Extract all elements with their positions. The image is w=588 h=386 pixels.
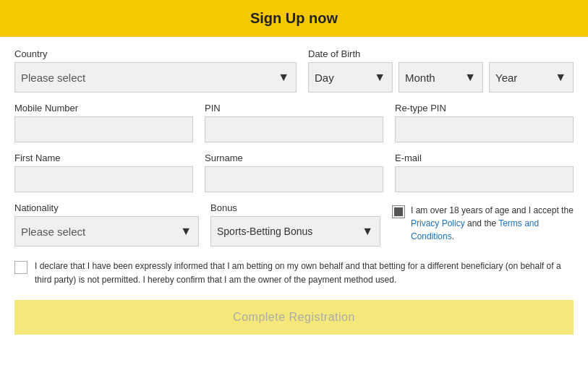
label-email: E-mail — [395, 153, 574, 163]
row-nationality-bonus: Nationality Please select ▼ Bonus Sports… — [14, 202, 574, 246]
label-first-name: First Name — [14, 153, 193, 163]
group-first-name: First Name — [14, 153, 193, 192]
label-retype-pin: Re-type PIN — [395, 103, 574, 113]
group-bonus: Bonus Sports-Betting Bonus ▼ — [210, 202, 380, 246]
row-mobile-pin: Mobile Number PIN Re-type PIN — [14, 103, 574, 142]
label-nationality: Nationality — [14, 202, 199, 213]
row-names-email: First Name Surname E-mail — [14, 153, 574, 192]
nationality-select-wrapper: Please select ▼ — [14, 216, 199, 246]
nationality-select[interactable]: Please select — [14, 216, 199, 246]
group-mobile-number: Mobile Number — [14, 103, 193, 142]
month-select-wrapper: Month ▼ — [399, 62, 483, 93]
header-banner: Sign Up now — [0, 0, 588, 37]
age-checkbox[interactable] — [392, 205, 405, 218]
page-title: Sign Up now — [250, 10, 338, 26]
mobile-number-input[interactable] — [14, 116, 193, 142]
day-select-wrapper: Day ▼ — [308, 62, 393, 93]
age-checkbox-checkmark — [394, 207, 403, 216]
age-confirmation-text: I am over 18 years of age and I accept t… — [411, 204, 574, 243]
dob-selects: Day ▼ Month ▼ Year ▼ — [308, 62, 574, 93]
group-email: E-mail — [395, 153, 574, 192]
row-declaration: I declare that I have been expressly inf… — [14, 257, 574, 290]
declaration-text: I declare that I have been expressly inf… — [35, 260, 574, 287]
registration-form: Country Please select ▼ Date of Birth Da… — [0, 37, 588, 342]
month-select[interactable]: Month — [399, 62, 483, 93]
label-mobile-number: Mobile Number — [14, 103, 193, 113]
declaration-checkbox[interactable] — [14, 261, 27, 274]
email-input[interactable] — [395, 166, 574, 192]
group-nationality: Nationality Please select ▼ — [14, 202, 199, 246]
label-country: Country — [14, 48, 297, 59]
retype-pin-input[interactable] — [395, 116, 574, 142]
bonus-select[interactable]: Sports-Betting Bonus — [210, 216, 380, 246]
group-date-of-birth: Date of Birth Day ▼ Month ▼ Year — [308, 48, 574, 93]
group-age-checkbox: I am over 18 years of age and I accept t… — [392, 202, 574, 243]
pin-input[interactable] — [205, 116, 383, 142]
year-select-wrapper: Year ▼ — [489, 62, 574, 93]
group-country: Country Please select ▼ — [14, 48, 297, 93]
label-surname: Surname — [205, 153, 383, 163]
group-surname: Surname — [205, 153, 383, 192]
country-select-wrapper: Please select ▼ — [14, 62, 297, 93]
surname-input[interactable] — [205, 166, 383, 192]
bonus-select-wrapper: Sports-Betting Bonus ▼ — [210, 216, 380, 246]
year-select[interactable]: Year — [489, 62, 574, 93]
label-bonus: Bonus — [210, 202, 380, 213]
first-name-input[interactable] — [14, 166, 193, 192]
group-retype-pin: Re-type PIN — [395, 103, 574, 142]
label-date-of-birth: Date of Birth — [308, 48, 574, 59]
country-select[interactable]: Please select — [14, 62, 297, 93]
group-pin: PIN — [205, 103, 383, 142]
label-pin: PIN — [205, 103, 383, 113]
complete-registration-button[interactable]: Complete Registration — [14, 300, 574, 335]
day-select[interactable]: Day — [308, 62, 393, 93]
privacy-policy-link[interactable]: Privacy Policy — [411, 218, 465, 228]
row-country-dob: Country Please select ▼ Date of Birth Da… — [14, 48, 574, 93]
